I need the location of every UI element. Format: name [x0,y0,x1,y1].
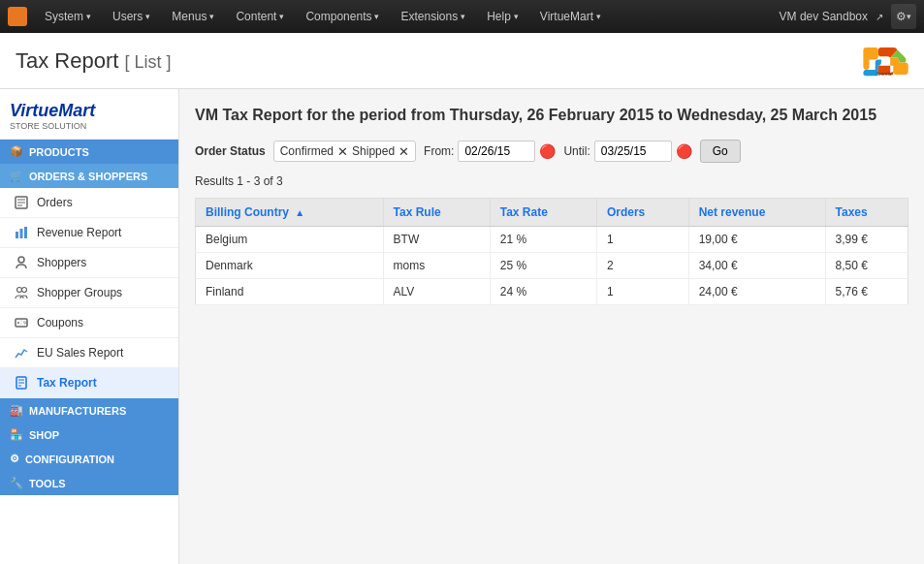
svg-rect-1 [18,9,25,16]
cell-orders: 2 [596,253,688,279]
svg-point-14 [22,288,27,293]
shop-icon: 🏪 [10,428,23,441]
top-navbar: System ▾ Users ▾ Menus ▾ Content ▾ Compo… [0,0,924,33]
navbar-item-virtuemart[interactable]: VirtueMart ▾ [530,6,611,27]
table-row: Belgium BTW 21 % 1 19,00 € 3,99 € [196,227,908,253]
status-tag-confirmed: Confirmed ✕ [280,144,348,158]
remove-confirmed-button[interactable]: ✕ [337,145,348,158]
navbar-item-menus[interactable]: Menus ▾ [162,6,224,27]
gear-button[interactable]: ⚙ ▾ [891,4,916,29]
until-date-input[interactable] [594,141,672,162]
coupons-icon: % [14,315,29,330]
sidebar-item-orders[interactable]: Orders [0,188,178,218]
content-area: VM Tax Report for the period from Thursd… [179,89,924,564]
svg-rect-10 [20,229,23,238]
navbar-item-content[interactable]: Content ▾ [226,6,294,27]
cell-net-revenue: 24,00 € [688,279,825,305]
gear-icon: ⚙ [896,10,907,23]
orders-icon: 🛒 [10,170,23,182]
from-date-group: From: 🔴 [424,141,556,162]
cell-net-revenue: 34,00 € [688,253,825,279]
cell-billing-country: Finland [196,279,384,305]
cell-tax-rule: BTW [383,227,490,253]
from-date-input[interactable] [458,141,535,162]
sidebar-section-tools[interactable]: 🔧 TOOLS [0,471,178,495]
revenue-icon [14,225,29,240]
confirmed-tag-label: Confirmed [280,144,334,158]
tax-report-table: Billing Country ▲ Tax Rule Tax Rate Orde… [195,198,908,305]
titlebar: Tax Report [ List ] Joomla! [0,33,924,89]
caret-icon: ▾ [596,12,601,21]
svg-rect-3 [18,17,25,24]
caret-icon: ▾ [279,12,284,21]
sidebar-item-revenue-report[interactable]: Revenue Report [0,218,178,248]
vm-logo-sub: STORE SOLUTION [10,121,95,131]
status-tag-shipped: Shipped ✕ [352,144,409,158]
sidebar-section-products[interactable]: 📦 PRODUCTS [0,140,178,164]
navbar-item-users[interactable]: Users ▾ [103,6,160,27]
sidebar-item-shopper-groups[interactable]: Shopper Groups [0,278,178,308]
external-link-icon: ↗ [876,12,883,22]
table-body: Belgium BTW 21 % 1 19,00 € 3,99 € Denmar… [196,227,908,305]
sidebar-item-coupons[interactable]: % Coupons [0,308,178,338]
th-billing-country[interactable]: Billing Country ▲ [196,199,384,227]
th-tax-rule[interactable]: Tax Rule [383,199,490,227]
navbar-item-extensions[interactable]: Extensions ▾ [391,6,475,27]
list-badge: [ List ] [125,52,172,72]
from-label: From: [424,144,454,158]
svg-text:Joomla!: Joomla! [876,72,892,77]
filter-row: Order Status Confirmed ✕ Shipped ✕ From:… [195,140,908,163]
report-title: VM Tax Report for the period from Thursd… [195,105,908,126]
sidebar: VirtueMart STORE SOLUTION 📦 PRODUCTS 🛒 O… [0,89,179,564]
svg-rect-9 [16,232,18,238]
navbar-item-system[interactable]: System ▾ [35,6,101,27]
shoppers-icon [14,255,29,270]
th-net-revenue[interactable]: Net revenue [688,199,825,227]
tools-icon: 🔧 [10,477,23,489]
orders-list-icon [14,195,29,210]
until-date-group: Until: 🔴 [563,141,691,162]
th-taxes[interactable]: Taxes [825,199,908,227]
tax-report-icon [14,375,29,391]
svg-rect-2 [10,17,16,24]
sidebar-section-configuration[interactable]: ⚙ CONFIGURATION [0,447,178,471]
status-tags-container: Confirmed ✕ Shipped ✕ [273,141,416,162]
sidebar-section-orders-shoppers[interactable]: 🛒 ORDERS & SHOPPERS [0,164,178,188]
go-button[interactable]: Go [700,140,741,163]
sort-icon: ▲ [295,207,304,218]
caret-icon: ▾ [374,12,379,21]
th-tax-rate[interactable]: Tax Rate [490,199,596,227]
until-label: Until: [563,144,589,158]
sidebar-item-tax-report[interactable]: Tax Report [0,368,178,398]
sidebar-item-shoppers[interactable]: Shoppers [0,248,178,278]
sidebar-section-shop[interactable]: 🏪 SHOP [0,423,178,447]
config-icon: ⚙ [10,453,19,465]
caret-icon: ▾ [86,12,91,21]
th-orders[interactable]: Orders [596,199,688,227]
svg-point-13 [17,288,22,293]
cell-taxes: 3,99 € [825,227,908,253]
navbar-right: VM dev Sandbox ↗ ⚙ ▾ [780,4,916,29]
navbar-item-help[interactable]: Help ▾ [477,6,528,27]
sidebar-section-manufacturers[interactable]: 🏭 MANUFACTURERS [0,398,178,423]
table-row: Finland ALV 24 % 1 24,00 € 5,76 € [196,279,908,305]
navbar-item-components[interactable]: Components ▾ [296,6,389,27]
svg-point-16 [17,322,19,324]
caret-icon: ▾ [907,12,911,21]
cell-billing-country: Denmark [196,253,384,279]
table-header: Billing Country ▲ Tax Rule Tax Rate Orde… [196,199,908,227]
sidebar-item-eu-sales-report[interactable]: EU Sales Report [0,338,178,368]
caret-icon: ▾ [514,12,519,21]
caret-icon: ▾ [145,12,150,21]
cell-tax-rate: 21 % [490,227,596,253]
until-date-clear-button[interactable]: 🔴 [676,143,692,159]
table-header-row: Billing Country ▲ Tax Rule Tax Rate Orde… [196,199,908,227]
cell-tax-rate: 25 % [490,253,596,279]
cell-taxes: 5,76 € [825,279,908,305]
remove-shipped-button[interactable]: ✕ [398,145,409,158]
products-icon: 📦 [10,145,23,158]
table-row: Denmark moms 25 % 2 34,00 € 8,50 € [196,253,908,279]
from-date-clear-button[interactable]: 🔴 [539,143,556,159]
manufacturers-icon: 🏭 [10,404,23,417]
sandbox-link[interactable]: VM dev Sandbox [780,10,868,23]
